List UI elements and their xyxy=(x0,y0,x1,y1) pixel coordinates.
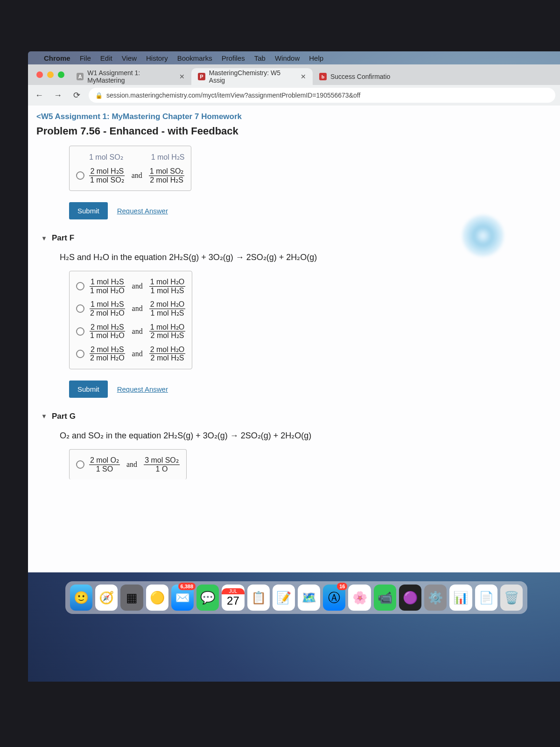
reload-button[interactable]: ⟳ xyxy=(70,89,83,102)
safari-icon[interactable]: 🧭 xyxy=(95,585,118,611)
menu-file[interactable]: File xyxy=(80,54,91,62)
chrome-icon[interactable]: 🟡 xyxy=(146,585,168,611)
page-content: <W5 Assignment 1: MyMastering Chapter 7 … xyxy=(28,106,560,572)
close-window-button[interactable] xyxy=(36,71,43,78)
minimize-window-button[interactable] xyxy=(47,71,54,78)
macos-dock: 🙂 🧭 ▦ 🟡 ✉️6,388 💬 JUL27 📋 📝 🗺️ Ⓐ16 🌸 📹 🟣… xyxy=(65,581,527,614)
answer-options-box: 2 mol O₂1 SO and 3 mol SO₂1 O xyxy=(69,449,187,479)
macos-menubar: Chrome File Edit View History Bookmarks … xyxy=(28,51,560,64)
favicon-icon: b xyxy=(319,73,327,80)
breadcrumb[interactable]: <W5 Assignment 1: MyMastering Chapter 7 … xyxy=(36,112,552,121)
tab-label: Success Confirmatio xyxy=(330,73,390,80)
back-button[interactable]: ← xyxy=(33,89,46,102)
pages-icon[interactable]: 📄 xyxy=(475,585,497,611)
option-row[interactable]: 2 mol O₂1 SO and 3 mol SO₂1 O xyxy=(76,453,180,476)
option-row[interactable]: 1 mol H₂S2 mol H₂O and 2 mol H₂O1 mol H₂… xyxy=(76,297,185,320)
request-answer-link[interactable]: Request Answer xyxy=(117,207,168,215)
favicon-icon: A xyxy=(77,73,84,80)
menu-history[interactable]: History xyxy=(146,54,168,62)
browser-tab[interactable]: P MasteringChemistry: W5 Assig ✕ xyxy=(191,68,313,85)
trash-icon[interactable]: 🗑️ xyxy=(500,585,523,611)
appstore-icon[interactable]: Ⓐ16 xyxy=(323,585,345,611)
facetime-icon[interactable]: 📹 xyxy=(374,585,396,611)
request-answer-link[interactable]: Request Answer xyxy=(117,385,168,393)
close-tab-icon[interactable]: ✕ xyxy=(179,73,185,80)
answer-options-box: 1 mol H₂S1 mol H₂O and 1 mol H₂O1 mol H₂… xyxy=(69,271,192,369)
answer-options-box: 1 mol SO₂ 1 mol H₂S 2 mol H₂S1 mol SO₂ a… xyxy=(69,146,191,191)
address-bar[interactable]: 🔒 session.masteringchemistry.com/myct/it… xyxy=(89,88,555,103)
messages-icon[interactable]: 💬 xyxy=(196,585,219,611)
radio-button[interactable] xyxy=(76,171,84,180)
tab-label: W1 Assignment 1: MyMastering xyxy=(87,69,175,84)
radio-button[interactable] xyxy=(76,304,84,313)
photos-icon[interactable]: 🌸 xyxy=(348,585,371,611)
menu-view[interactable]: View xyxy=(122,54,137,62)
tab-label: MasteringChemistry: W5 Assig xyxy=(209,69,297,84)
menu-help[interactable]: Help xyxy=(309,54,323,62)
browser-toolbar: ← → ⟳ 🔒 session.masteringchemistry.com/m… xyxy=(28,85,560,106)
collapse-icon[interactable]: ▼ xyxy=(41,235,47,242)
submit-button[interactable]: Submit xyxy=(69,202,108,219)
notes-icon[interactable]: 📝 xyxy=(273,585,295,611)
maps-icon[interactable]: 🗺️ xyxy=(298,585,320,611)
option-row[interactable]: 1 mol H₂S1 mol H₂O and 1 mol H₂O1 mol H₂… xyxy=(76,275,185,297)
menu-window[interactable]: Window xyxy=(275,54,300,62)
finder-icon[interactable]: 🙂 xyxy=(70,585,92,611)
option-row[interactable]: 2 mol H₂S1 mol H₂O and 1 mol H₂O2 mol H₂… xyxy=(76,320,185,343)
close-tab-icon[interactable]: ✕ xyxy=(301,73,306,80)
launchpad-icon[interactable]: ▦ xyxy=(120,585,143,611)
radio-button[interactable] xyxy=(76,327,84,336)
calendar-icon[interactable]: JUL27 xyxy=(222,585,244,611)
siri-icon[interactable]: 🟣 xyxy=(399,585,421,611)
menu-bookmarks[interactable]: Bookmarks xyxy=(177,54,212,62)
menu-profiles[interactable]: Profiles xyxy=(222,54,245,62)
radio-button[interactable] xyxy=(76,350,84,358)
menu-edit[interactable]: Edit xyxy=(100,54,112,62)
question-prompt: O₂ and SO₂ in the equation 2H₂S(g) + 3O₂… xyxy=(60,430,552,441)
lock-icon: 🔒 xyxy=(95,92,103,99)
radio-button[interactable] xyxy=(76,282,84,290)
maximize-window-button[interactable] xyxy=(58,71,64,78)
browser-tabstrip: A W1 Assignment 1: MyMastering ✕ P Maste… xyxy=(28,64,560,85)
numbers-icon[interactable]: 📊 xyxy=(449,585,472,611)
reminders-icon[interactable]: 📋 xyxy=(247,585,270,611)
menubar-app[interactable]: Chrome xyxy=(44,54,70,62)
forward-button[interactable]: → xyxy=(51,89,64,102)
mail-icon[interactable]: ✉️6,388 xyxy=(171,585,194,611)
favicon-icon: P xyxy=(198,73,205,80)
url-text: session.masteringchemistry.com/myct/item… xyxy=(106,92,360,99)
mail-badge: 6,388 xyxy=(178,583,196,590)
window-controls xyxy=(31,71,70,78)
submit-button[interactable]: Submit xyxy=(69,381,108,398)
browser-tab[interactable]: A W1 Assignment 1: MyMastering ✕ xyxy=(70,68,191,85)
option-row[interactable]: 2 mol H₂S1 mol SO₂ and 1 mol SO₂2 mol H₂… xyxy=(76,164,184,187)
option-row-ghost: 1 mol SO₂ 1 mol H₂S xyxy=(76,150,184,164)
radio-button[interactable] xyxy=(76,460,84,469)
collapse-icon[interactable]: ▼ xyxy=(41,413,47,420)
menu-tab[interactable]: Tab xyxy=(254,54,266,62)
preferences-icon[interactable]: ⚙️ xyxy=(424,585,447,611)
option-row[interactable]: 2 mol H₂S2 mol H₂O and 2 mol H₂O2 mol H₂… xyxy=(76,343,185,365)
browser-tab[interactable]: b Success Confirmatio xyxy=(313,68,397,85)
store-badge: 16 xyxy=(337,583,347,590)
problem-title: Problem 7.56 - Enhanced - with Feedback xyxy=(36,125,552,137)
part-heading[interactable]: ▼ Part G xyxy=(41,412,552,421)
